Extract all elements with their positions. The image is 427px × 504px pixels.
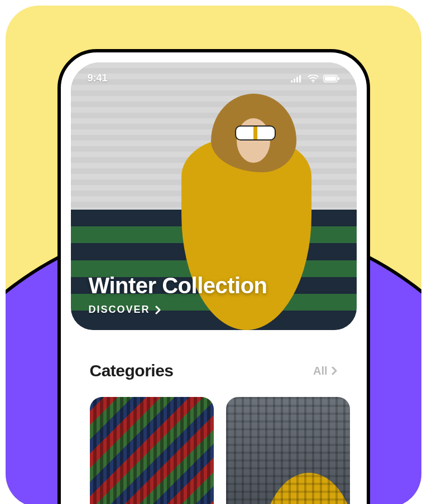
categories-title: Categories: [90, 361, 174, 380]
phone-frame: 9:41: [57, 49, 370, 504]
discover-button[interactable]: DISCOVER: [89, 304, 161, 316]
hero-text: Winter Collection DISCOVER: [89, 273, 267, 316]
chevron-right-icon: [155, 306, 161, 314]
svg-rect-2: [296, 77, 298, 83]
category-card[interactable]: [226, 397, 350, 504]
status-bar: 9:41: [88, 72, 340, 84]
phone-screen: 9:41: [71, 62, 357, 504]
categories-section: Categories All: [71, 330, 357, 504]
battery-icon: [323, 75, 340, 83]
svg-rect-7: [338, 77, 339, 80]
svg-rect-6: [325, 76, 336, 81]
discover-label: DISCOVER: [89, 304, 150, 316]
all-label: All: [313, 365, 328, 377]
hero-title: Winter Collection: [89, 273, 267, 298]
svg-rect-3: [299, 75, 301, 83]
wifi-icon: [308, 75, 319, 83]
hero-banner[interactable]: 9:41: [71, 62, 357, 330]
svg-rect-1: [294, 79, 295, 83]
svg-rect-0: [291, 80, 292, 83]
status-time: 9:41: [88, 72, 108, 84]
chevron-right-icon: [331, 366, 338, 375]
status-indicators: [291, 75, 340, 83]
category-card[interactable]: [90, 397, 214, 504]
mockup-background: 9:41: [6, 6, 421, 504]
categories-row[interactable]: [90, 397, 338, 504]
signal-bars-icon: [291, 75, 303, 83]
categories-all-link[interactable]: All: [313, 365, 338, 377]
categories-header: Categories All: [90, 361, 338, 380]
svg-point-4: [312, 81, 314, 82]
